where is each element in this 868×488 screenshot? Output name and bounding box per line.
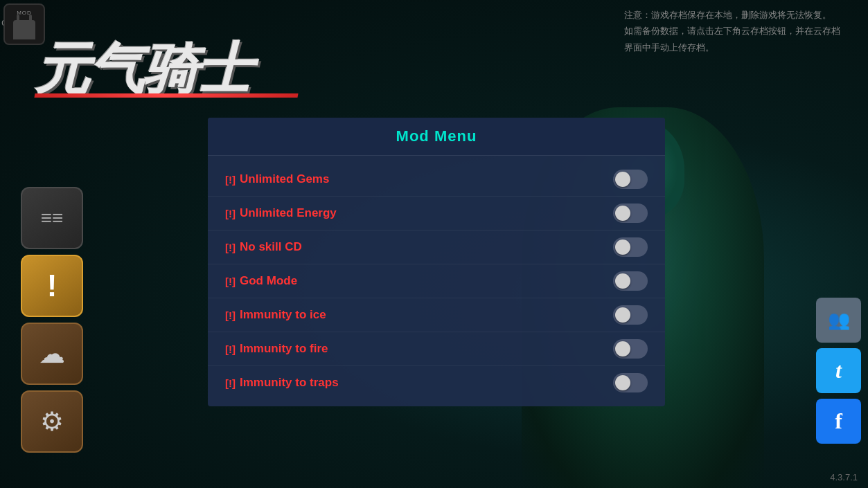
toggle-unlimited-energy[interactable] [613,204,648,223]
toggle-switch-2[interactable] [613,204,648,223]
mod-label-immunity-traps: [!] Immunity to traps [225,376,339,390]
mod-label-unlimited-energy: [!] Unlimited Energy [225,206,337,220]
left-sidebar: ≡≡ ! ☁ ⚙ [21,187,83,453]
toggle-knob-5 [615,307,630,323]
mod-item-unlimited-energy[interactable]: [!] Unlimited Energy [208,197,665,231]
group-button[interactable]: 👥 [816,298,861,343]
mod-label-immunity-ice: [!] Immunity to ice [225,308,326,322]
mod-menu-body: [!] Unlimited Gems [!] Unlimited Energy [208,156,665,406]
toggle-immunity-traps[interactable] [613,373,648,392]
toggle-switch-7[interactable] [613,373,648,392]
notice-text: 注意：游戏存档保存在本地，删除游戏将无法恢复。 如需备份数据，请点击左下角云存档… [624,7,840,55]
mod-item-unlimited-gems[interactable]: [!] Unlimited Gems [208,163,665,197]
cloud-icon: ☁ [39,338,65,369]
menu-icon: ≡≡ [41,207,64,229]
toggle-knob-6 [615,341,630,356]
toggle-switch-4[interactable] [613,271,648,291]
toggle-immunity-fire[interactable] [613,339,648,359]
mod-text-unlimited-energy: Unlimited Energy [240,206,337,220]
facebook-button[interactable]: f [816,399,861,444]
mod-label-immunity-fire: [!] Immunity to fire [225,342,328,356]
mod-menu-title: Mod Menu [396,127,477,145]
mod-prefix-6: [!] [225,343,236,355]
notice-line1: 注意：游戏存档保存在本地，删除游戏将无法恢复。 [624,7,840,23]
facebook-icon: f [835,408,842,434]
mod-label-unlimited-gems: [!] Unlimited Gems [225,172,329,186]
version-text: 4.3.7.1 [830,472,858,482]
mod-label-god-mode: [!] God Mode [225,274,297,288]
mod-prefix-2: [!] [225,208,236,219]
toggle-unlimited-gems[interactable] [613,170,648,189]
mod-text-god-mode: God Mode [240,274,297,288]
alert-button[interactable]: ! [21,255,83,317]
notice-line3: 界面中手动上传存档。 [624,39,840,55]
toggle-switch-3[interactable] [613,237,648,257]
mod-text-immunity-traps: Immunity to traps [240,376,339,390]
mod-label-no-skill-cd: [!] No skill CD [225,240,302,254]
mod-text-unlimited-gems: Unlimited Gems [240,172,329,186]
toggle-knob-2 [615,206,630,221]
toggle-switch-6[interactable] [613,339,648,359]
mod-item-immunity-fire[interactable]: [!] Immunity to fire [208,332,665,366]
mod-prefix-3: [!] [225,242,236,253]
mod-prefix-4: [!] [225,275,236,287]
mod-item-immunity-ice[interactable]: [!] Immunity to ice [208,298,665,332]
twitter-icon: t [835,358,842,383]
cloud-save-button[interactable]: ☁ [21,323,83,385]
mod-prefix-7: [!] [225,377,236,389]
title-underline [34,93,298,98]
toggle-no-skill-cd[interactable] [613,237,648,257]
menu-button[interactable]: ≡≡ [21,187,83,249]
notice-line2: 如需备份数据，请点击左下角云存档按钮，并在云存档 [624,23,840,39]
toggle-knob-3 [615,240,630,255]
title-chinese: 元气骑士 [35,42,312,97]
toggle-knob-7 [615,375,630,390]
android-icon [13,20,35,39]
mod-item-god-mode[interactable]: [!] God Mode [208,264,665,298]
mod-prefix-5: [!] [225,309,236,321]
mod-text-immunity-ice: Immunity to ice [240,308,326,322]
toggle-knob-4 [615,273,630,289]
mod-prefix-1: [!] [225,174,236,186]
alert-icon: ! [47,269,57,303]
toggle-switch-1[interactable] [613,170,648,189]
toggle-knob-1 [615,172,630,187]
toggle-immunity-ice[interactable] [613,305,648,325]
settings-button[interactable]: ⚙ [21,390,83,453]
twitter-button[interactable]: t [816,348,861,393]
mod-text-immunity-fire: Immunity to fire [240,342,328,356]
mod-item-no-skill-cd[interactable]: [!] No skill CD [208,231,665,264]
group-icon: 👥 [828,309,850,331]
mod-item-immunity-traps[interactable]: [!] Immunity to traps [208,366,665,399]
mod-text-no-skill-cd: No skill CD [240,240,302,254]
toggle-god-mode[interactable] [613,271,648,291]
mod-menu-header: Mod Menu [208,118,665,156]
mod-menu-panel: Mod Menu [!] Unlimited Gems [!] Unlimite… [208,118,665,406]
right-sidebar: 👥 t f [816,298,861,444]
settings-icon: ⚙ [40,406,64,437]
toggle-switch-5[interactable] [613,305,648,325]
